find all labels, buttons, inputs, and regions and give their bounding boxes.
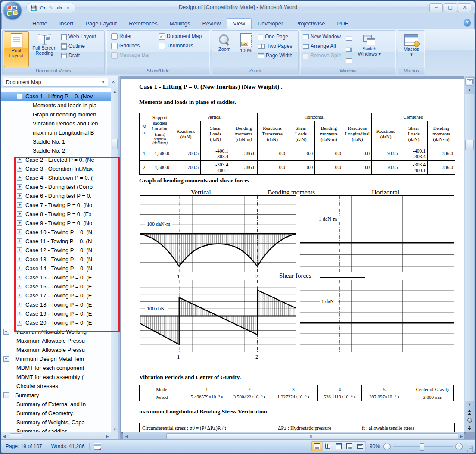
tab-references[interactable]: References bbox=[123, 19, 163, 29]
docmap-item[interactable]: Summary of Geometry. bbox=[1, 409, 111, 418]
docmap-item[interactable]: Maximum Allowable Pressu bbox=[1, 336, 111, 345]
scroll-down-icon[interactable]: ▼ bbox=[464, 401, 475, 408]
docmap-item[interactable]: Moments and loads in pla bbox=[1, 101, 111, 110]
print-layout-button[interactable]: Print Layout bbox=[4, 31, 29, 67]
scroll-down-icon[interactable]: ▼ bbox=[111, 427, 118, 432]
new-window-button[interactable]: New Window bbox=[302, 32, 342, 41]
ruler-checkbox[interactable]: Ruler bbox=[110, 31, 151, 41]
web-layout-view-button[interactable] bbox=[333, 442, 344, 451]
zoom-button[interactable]: Zoom bbox=[213, 31, 236, 67]
remove-split-button[interactable]: Remove Split bbox=[302, 51, 342, 60]
next-page-button[interactable] bbox=[468, 426, 471, 430]
minus-toggle-icon[interactable]: − bbox=[3, 329, 9, 335]
message-bar-checkbox[interactable]: Message Bar bbox=[110, 50, 151, 60]
tab-review[interactable]: Review bbox=[196, 19, 227, 29]
docmap-item[interactable]: −Case 1 - Lifting P = 0. (Nev bbox=[1, 92, 111, 101]
one-page-button[interactable]: One Page bbox=[256, 32, 294, 41]
autocorrect-icon[interactable]: ab bbox=[56, 5, 63, 12]
minus-toggle-icon[interactable]: − bbox=[3, 392, 9, 398]
page-indicator[interactable]: Page: 19 of 107 bbox=[1, 443, 47, 449]
zoom-slider[interactable] bbox=[393, 446, 453, 447]
undo-icon[interactable]: ↶▾ bbox=[39, 5, 46, 12]
print-layout-view-button[interactable] bbox=[312, 442, 323, 451]
document-map-horizontal-scrollbar[interactable]: ◀ ▶ bbox=[1, 432, 111, 440]
scroll-track[interactable] bbox=[465, 94, 474, 401]
minus-toggle-icon[interactable]: − bbox=[3, 356, 9, 362]
redo-icon[interactable]: ↷ bbox=[47, 5, 54, 12]
full-screen-reading-button[interactable]: Full Screen Reading bbox=[29, 31, 60, 67]
arrange-all-button[interactable]: Arrange All bbox=[302, 41, 342, 51]
web-layout-button[interactable]: Web Layout bbox=[60, 32, 97, 41]
select-browse-object-button[interactable] bbox=[467, 418, 472, 423]
scroll-right-icon[interactable]: ▶ bbox=[104, 434, 110, 438]
docmap-item[interactable]: Circular stresses. bbox=[1, 382, 111, 391]
reset-window-position-icon[interactable] bbox=[346, 58, 352, 63]
save-icon[interactable]: 💾 bbox=[30, 5, 37, 12]
full-screen-reading-view-button[interactable] bbox=[323, 442, 333, 451]
docmap-item[interactable]: −Summary bbox=[1, 391, 111, 400]
docmap-item[interactable]: Summary of Weights, Capa bbox=[1, 418, 111, 427]
two-pages-button[interactable]: Two Pages bbox=[256, 41, 294, 51]
tab-developer[interactable]: Developer bbox=[252, 19, 289, 29]
scroll-right-icon[interactable]: ▶ bbox=[458, 434, 464, 438]
document-vertical-scrollbar[interactable]: ▲ ▼ bbox=[464, 76, 475, 432]
switch-windows-button[interactable]: Switch Windows ▾ bbox=[354, 31, 385, 67]
tab-view[interactable]: View bbox=[227, 18, 252, 29]
zoom-level[interactable]: 90% bbox=[366, 443, 383, 449]
outline-button[interactable]: Outline bbox=[60, 41, 97, 51]
tab-pdf[interactable]: PDF bbox=[331, 19, 355, 29]
outline-view-button[interactable] bbox=[344, 442, 355, 451]
document-map-selector[interactable]: Document Map ▼ bbox=[3, 78, 108, 87]
document-map-checkbox[interactable]: ✓ Document Map bbox=[157, 31, 203, 41]
docmap-item[interactable]: Graph of bending momen bbox=[1, 110, 111, 119]
zoom-in-icon[interactable]: + bbox=[455, 443, 463, 450]
minus-toggle-icon[interactable]: − bbox=[17, 94, 22, 99]
docmap-item[interactable]: Saddle No. 2 bbox=[1, 146, 111, 155]
tab-insert[interactable]: Insert bbox=[53, 19, 80, 29]
docmap-item[interactable]: −Minimum Design Metal Tem bbox=[1, 354, 111, 363]
docmap-item[interactable]: MDMT for each component bbox=[1, 363, 111, 373]
word-count[interactable]: Words: 41,286 bbox=[47, 443, 89, 449]
docmap-item[interactable]: maximum Longitudinal B bbox=[1, 128, 111, 137]
zoom-out-icon[interactable]: − bbox=[383, 443, 391, 450]
customize-qat-icon[interactable]: ▾ bbox=[65, 5, 72, 12]
office-button[interactable] bbox=[3, 1, 22, 19]
ruler-toggle-button[interactable] bbox=[465, 77, 474, 86]
close-button[interactable]: ✕ bbox=[458, 3, 471, 12]
draft-button[interactable]: Draft bbox=[60, 51, 97, 60]
gridlines-checkbox[interactable]: Gridlines bbox=[110, 41, 151, 50]
scroll-left-icon[interactable]: ◀ bbox=[1, 434, 7, 438]
tab-projectwise[interactable]: ProjectWise bbox=[289, 19, 331, 29]
docmap-item[interactable]: MDMT for each assembly ( bbox=[1, 373, 111, 382]
page-width-button[interactable]: Page Width bbox=[256, 51, 294, 60]
document-map-hscroll-thumb[interactable] bbox=[10, 433, 22, 439]
document-map-close-icon[interactable]: ✕ bbox=[110, 79, 117, 86]
proofing-status-icon[interactable] bbox=[94, 443, 101, 450]
tab-mailings[interactable]: Mailings bbox=[164, 19, 196, 29]
thumbnails-checkbox[interactable]: Thumbnails bbox=[157, 41, 203, 50]
document-map-scroll-thumb[interactable] bbox=[112, 139, 118, 149]
previous-page-button[interactable] bbox=[468, 410, 471, 415]
document-scroll-thumb[interactable] bbox=[465, 140, 474, 150]
tab-home[interactable]: Home bbox=[26, 19, 53, 29]
resize-grip[interactable] bbox=[466, 446, 473, 453]
scroll-up-icon[interactable]: ▲ bbox=[464, 87, 475, 94]
zoom-slider-thumb[interactable] bbox=[420, 443, 424, 451]
docmap-item[interactable]: Vibration Periods and Cen bbox=[1, 119, 111, 128]
zoom-100-button[interactable]: 100% bbox=[236, 31, 256, 67]
tab-page-layout[interactable]: Page Layout bbox=[79, 19, 123, 29]
draft-view-button[interactable] bbox=[355, 442, 366, 451]
docmap-item[interactable]: Summary of External and In bbox=[1, 400, 111, 409]
docmap-item[interactable]: Maximum Allowable Pressu bbox=[1, 345, 111, 354]
document-hscroll-thumb[interactable] bbox=[166, 433, 458, 439]
macros-button[interactable]: Macros ▾ bbox=[399, 31, 423, 67]
synchronous-scrolling-icon[interactable] bbox=[346, 47, 352, 52]
maximize-button[interactable]: ▢ bbox=[444, 3, 457, 12]
view-side-by-side-icon[interactable] bbox=[346, 36, 352, 41]
minimize-button[interactable]: – bbox=[429, 3, 443, 12]
docmap-item[interactable]: Saddle No. 1 bbox=[1, 137, 111, 146]
document-horizontal-scrollbar[interactable]: ◀ ▶ bbox=[123, 432, 464, 440]
document-page[interactable]: Case 1 - Lifting P = 0. (New Inertias) (… bbox=[121, 79, 464, 432]
help-icon[interactable]: ? bbox=[464, 19, 471, 26]
scroll-left-icon[interactable]: ◀ bbox=[123, 434, 130, 438]
